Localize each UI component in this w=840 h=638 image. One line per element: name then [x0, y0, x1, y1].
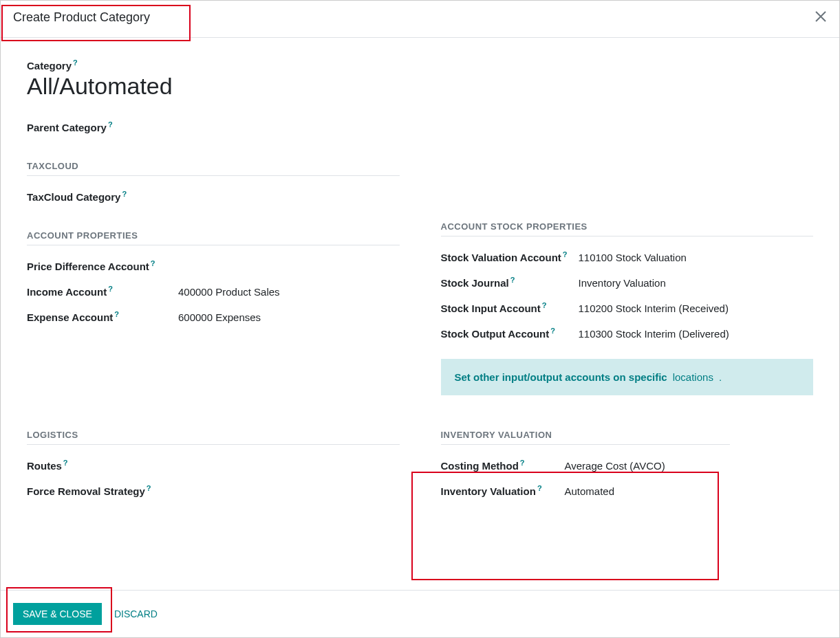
expense-account-row: Expense Account? 600000 Expenses [27, 310, 400, 323]
inventory-valuation-section: INVENTORY VALUATION Costing Method? Aver… [441, 430, 814, 509]
logistics-section: LOGISTICS Routes? Force Removal Strategy… [27, 430, 400, 509]
help-icon[interactable]: ? [537, 484, 542, 492]
stock-journal-value[interactable]: Inventory Valuation [579, 277, 666, 289]
stock-input-value[interactable]: 110200 Stock Interim (Received) [579, 302, 729, 314]
stock-journal-row: Stock Journal? Inventory Valuation [441, 276, 814, 289]
help-icon[interactable]: ? [563, 250, 568, 258]
left-column: TAXCLOUD TaxCloud Category? ACCOUNT PROP… [27, 161, 400, 395]
stock-input-row: Stock Input Account? 110200 Stock Interi… [441, 301, 814, 314]
help-icon[interactable]: ? [114, 310, 119, 318]
costing-method-label: Costing Method [441, 460, 519, 472]
help-icon[interactable]: ? [63, 459, 68, 467]
section-title: ACCOUNT STOCK PROPERTIES [441, 221, 814, 236]
locations-link[interactable]: locations [673, 371, 713, 383]
help-icon[interactable]: ? [73, 58, 78, 67]
help-icon[interactable]: ? [122, 190, 127, 198]
price-diff-row: Price Difference Account? [27, 259, 400, 272]
costing-method-row: Costing Method? Average Cost (AVCO) [441, 459, 814, 472]
section-title: ACCOUNT PROPERTIES [27, 230, 400, 245]
stock-journal-label: Stock Journal [441, 277, 509, 289]
category-label: Category? [27, 58, 813, 72]
stock-output-value[interactable]: 110300 Stock Interim (Delivered) [579, 328, 729, 340]
routes-row: Routes? [27, 459, 400, 472]
help-icon[interactable]: ? [542, 301, 547, 309]
info-box: Set other input/output accounts on speci… [441, 359, 814, 395]
modal-footer: SAVE & CLOSE DISCARD [1, 590, 839, 637]
expense-account-label: Expense Account [27, 311, 113, 323]
account-stock-section: ACCOUNT STOCK PROPERTIES Stock Valuation… [441, 221, 814, 395]
modal-header: Create Product Category [1, 1, 839, 38]
category-name[interactable]: All/Automated [27, 73, 813, 100]
help-icon[interactable]: ? [108, 120, 113, 129]
create-product-category-modal: Create Product Category Category? All/Au… [0, 0, 840, 638]
inventory-valuation-row: Inventory Valuation? Automated [441, 484, 814, 497]
close-icon[interactable] [815, 10, 827, 25]
income-account-value[interactable]: 400000 Product Sales [178, 286, 280, 298]
help-icon[interactable]: ? [147, 484, 151, 492]
help-icon[interactable]: ? [550, 327, 555, 335]
help-icon[interactable]: ? [510, 276, 515, 284]
info-dot: . [719, 371, 722, 383]
costing-method-value[interactable]: Average Cost (AVCO) [565, 460, 665, 472]
taxcloud-category-label: TaxCloud Category [27, 191, 120, 203]
taxcloud-section: TAXCLOUD TaxCloud Category? [27, 161, 400, 203]
account-properties-section: ACCOUNT PROPERTIES Price Difference Acco… [27, 230, 400, 323]
category-label-text: Category [27, 60, 72, 72]
stock-valuation-row: Stock Valuation Account? 110100 Stock Va… [441, 250, 814, 263]
income-account-row: Income Account? 400000 Product Sales [27, 285, 400, 298]
inventory-valuation-value[interactable]: Automated [565, 485, 615, 497]
parent-category-row: Parent Category? [27, 120, 813, 133]
section-title: LOGISTICS [27, 430, 400, 445]
income-account-label: Income Account [27, 286, 107, 298]
stock-valuation-label: Stock Valuation Account [441, 252, 561, 263]
taxcloud-category-row: TaxCloud Category? [27, 190, 400, 203]
help-icon[interactable]: ? [151, 259, 155, 267]
section-title: INVENTORY VALUATION [441, 430, 730, 445]
inventory-valuation-label: Inventory Valuation [441, 485, 536, 497]
help-icon[interactable]: ? [520, 459, 525, 467]
stock-output-label: Stock Output Account [441, 328, 550, 340]
force-removal-row: Force Removal Strategy? [27, 484, 400, 497]
stock-output-row: Stock Output Account? 110300 Stock Inter… [441, 327, 814, 340]
help-icon[interactable]: ? [108, 285, 113, 293]
section-title: TAXCLOUD [27, 161, 400, 176]
stock-input-label: Stock Input Account [441, 302, 541, 314]
force-removal-label: Force Removal Strategy [27, 485, 145, 497]
parent-category-label: Parent Category [27, 122, 107, 133]
info-text: Set other input/output accounts on speci… [455, 371, 667, 383]
routes-label: Routes [27, 460, 62, 472]
price-diff-label: Price Difference Account [27, 261, 149, 272]
modal-title: Create Product Category [13, 10, 150, 25]
discard-button[interactable]: DISCARD [114, 608, 158, 619]
modal-body: Category? All/Automated Parent Category?… [1, 38, 839, 590]
expense-account-value[interactable]: 600000 Expenses [178, 311, 261, 323]
stock-valuation-value[interactable]: 110100 Stock Valuation [579, 252, 687, 263]
right-column: ACCOUNT STOCK PROPERTIES Stock Valuation… [441, 161, 814, 395]
save-close-button[interactable]: SAVE & CLOSE [13, 603, 102, 625]
